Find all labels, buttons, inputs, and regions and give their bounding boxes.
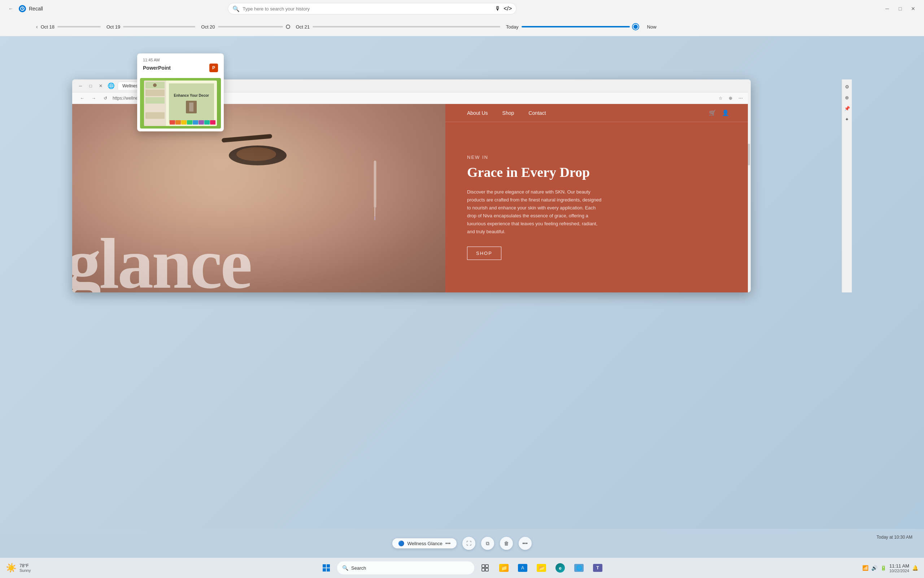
timeline-arrow-back[interactable]: ‹ bbox=[36, 24, 38, 29]
taskbar-explorer-icon[interactable]: 📁 bbox=[496, 560, 512, 576]
more-btn[interactable]: ••• bbox=[519, 537, 532, 550]
svg-rect-5 bbox=[482, 565, 485, 568]
edge-sidebar-btn-3[interactable]: 📌 bbox=[843, 104, 851, 113]
timeline-oct20-bar bbox=[218, 26, 283, 28]
browser-close[interactable]: ✕ bbox=[97, 82, 105, 90]
taskbar: ☀️ 78°F Sunny 🔍 Search bbox=[0, 558, 924, 578]
ppt-preview-left bbox=[144, 81, 166, 126]
search-bar[interactable]: 🔍 🎙 </> bbox=[228, 3, 517, 15]
mic-icon[interactable]: 🎙 bbox=[495, 5, 501, 12]
svg-rect-8 bbox=[485, 568, 488, 571]
ppt-time: 11:45 AM bbox=[143, 58, 218, 62]
wifi-icon[interactable]: 📶 bbox=[862, 565, 869, 571]
nav-about[interactable]: About Us bbox=[467, 110, 488, 116]
copy-btn[interactable]: ⧉ bbox=[481, 537, 494, 550]
taskbar-search-text: Search bbox=[351, 565, 366, 571]
timeline-oct21[interactable]: Oct 21 bbox=[296, 24, 500, 29]
timeline-oct20[interactable]: Oct 20 bbox=[201, 24, 290, 29]
taskbar-edge-icon[interactable]: e bbox=[552, 560, 568, 576]
search-input[interactable] bbox=[243, 6, 492, 11]
battery-icon[interactable]: 🔋 bbox=[880, 565, 887, 571]
ppt-app-row: PowerPoint P bbox=[143, 63, 218, 72]
timeline-cursor[interactable] bbox=[286, 24, 290, 29]
taskview-button[interactable] bbox=[477, 560, 493, 576]
browser-menu[interactable]: ⋯ bbox=[736, 94, 745, 102]
close-button[interactable]: ✕ bbox=[908, 3, 918, 14]
notification-icon[interactable]: 🔔 bbox=[912, 565, 918, 571]
browser-minimize[interactable]: ─ bbox=[76, 82, 84, 90]
scroll-indicator[interactable] bbox=[748, 80, 751, 292]
pill-dots[interactable]: ••• bbox=[446, 541, 451, 546]
timeline-today-label: Today bbox=[506, 24, 519, 29]
ppt-app-icon: P bbox=[209, 63, 218, 72]
edge-sidebar-btn-2[interactable]: ⊕ bbox=[843, 93, 851, 102]
browser-favorites[interactable]: ☆ bbox=[716, 94, 725, 102]
edge-sidebar-btn-4[interactable]: ✦ bbox=[843, 115, 851, 123]
clock-time: 11:11 AM bbox=[889, 563, 909, 568]
timeline-oct18-bar bbox=[57, 26, 101, 28]
browser-forward[interactable]: → bbox=[89, 94, 98, 102]
maximize-button[interactable]: □ bbox=[895, 3, 905, 14]
ppt-header: 11:45 AM PowerPoint P bbox=[137, 54, 224, 75]
browser-collections[interactable]: ⊕ bbox=[726, 94, 735, 102]
edge-sidebar: ⚙ ⊕ 📌 ✦ bbox=[842, 80, 852, 292]
taskbar-app5-icon[interactable]: 🌐 bbox=[571, 560, 587, 576]
bottom-pill[interactable]: 🔵 Wellness Glance ••• bbox=[392, 538, 456, 549]
svg-rect-4 bbox=[327, 568, 330, 572]
website-right-panel: About Us Shop Contact 🛒 👤 NEW IN Grace i… bbox=[446, 104, 751, 292]
timeline-oct19[interactable]: Oct 19 bbox=[107, 24, 195, 29]
profile-icon[interactable]: 👤 bbox=[722, 109, 729, 116]
timestamp: Today at 10:30 AM bbox=[877, 535, 913, 540]
taskbar-apps-icon[interactable]: A bbox=[515, 560, 530, 576]
svg-rect-6 bbox=[485, 565, 488, 568]
minimize-button[interactable]: ─ bbox=[882, 3, 892, 14]
edge-sidebar-btn-1[interactable]: ⚙ bbox=[843, 82, 851, 91]
taskbar-search-icon: 🔍 bbox=[342, 565, 348, 571]
browser-back[interactable]: ← bbox=[78, 94, 87, 102]
timeline-oct18[interactable]: Oct 18 bbox=[41, 24, 101, 29]
taskbar-teams-icon[interactable]: T bbox=[590, 560, 606, 576]
title-bar-left: ← Recall bbox=[6, 3, 43, 14]
taskbar-center: 🔍 Search 📁 A 📂 e 🌐 bbox=[318, 560, 606, 576]
website-content: glance About Us Shop Contact 🛒 👤 bbox=[72, 104, 751, 292]
start-button[interactable] bbox=[318, 560, 334, 576]
shop-button[interactable]: SHOP bbox=[467, 247, 501, 260]
ppt-preview[interactable]: Enhance Your Decor bbox=[137, 75, 224, 132]
nav-shop[interactable]: Shop bbox=[503, 110, 514, 116]
timeline-oct18-label: Oct 18 bbox=[41, 24, 55, 29]
weather-info: 78°F Sunny bbox=[19, 563, 31, 573]
pill-text: Wellness Glance bbox=[407, 541, 442, 546]
timeline-oct21-bar bbox=[313, 26, 500, 28]
browser-maximize[interactable]: □ bbox=[87, 82, 94, 90]
nav-back-button[interactable]: ← bbox=[6, 3, 16, 14]
delete-btn[interactable]: 🗑 bbox=[500, 537, 513, 550]
nav-contact[interactable]: Contact bbox=[528, 110, 546, 116]
timeline-today[interactable]: Today bbox=[506, 24, 639, 29]
expand-btn[interactable]: ⛶ bbox=[462, 537, 475, 550]
code-icon[interactable]: </> bbox=[504, 5, 512, 12]
svg-rect-1 bbox=[323, 564, 326, 568]
nav-icons: 🛒 👤 bbox=[709, 109, 729, 116]
powerpoint-tooltip: 11:45 AM PowerPoint P bbox=[137, 54, 224, 132]
svg-rect-3 bbox=[323, 568, 326, 572]
clock[interactable]: 11:11 AM 10/22/2024 bbox=[889, 563, 909, 573]
svg-rect-2 bbox=[327, 564, 330, 568]
taskbar-files-icon[interactable]: 📂 bbox=[533, 560, 550, 576]
timeline-today-bar bbox=[522, 26, 630, 28]
ppt-preview-right: Enhance Your Decor bbox=[166, 81, 217, 126]
timeline-dot bbox=[633, 24, 639, 29]
new-in-label: NEW IN bbox=[467, 154, 729, 160]
pill-browser-icon: 🔵 bbox=[398, 541, 404, 546]
ppt-enhance-text: Enhance Your Decor bbox=[174, 93, 209, 98]
app-title: Recall bbox=[29, 6, 43, 11]
taskbar-search-button[interactable]: 🔍 Search bbox=[337, 562, 474, 575]
browser-refresh[interactable]: ↺ bbox=[101, 94, 110, 102]
sys-icons: 📶 🔊 🔋 bbox=[862, 565, 887, 571]
taskbar-left: ☀️ 78°F Sunny bbox=[6, 563, 31, 573]
cart-icon[interactable]: 🛒 bbox=[709, 109, 716, 116]
clock-date: 10/22/2024 bbox=[889, 568, 909, 573]
timeline: ‹ Oct 18 Oct 19 Oct 20 Oct 21 Today Now bbox=[0, 17, 924, 36]
volume-icon[interactable]: 🔊 bbox=[871, 565, 877, 571]
browser-favicon: 🌐 bbox=[107, 82, 115, 89]
ppt-preview-content: Enhance Your Decor bbox=[144, 81, 217, 126]
